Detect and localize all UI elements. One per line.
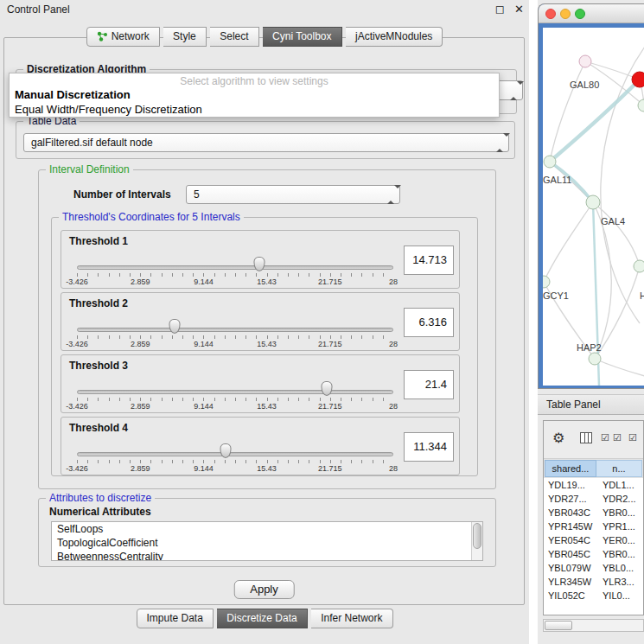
- table-row[interactable]: YBR045CYBR0...: [544, 547, 643, 561]
- table-row[interactable]: YBR043CYBR0...: [544, 506, 643, 520]
- tick-label: 28: [389, 402, 398, 411]
- network-highlight-edges: [550, 80, 640, 386]
- network-window-titlebar[interactable]: [539, 4, 644, 23]
- table-data-group: Table Data galFiltered.sif default node: [16, 121, 515, 159]
- cell: YBL0...: [599, 561, 643, 575]
- network-node-gal11[interactable]: [544, 156, 556, 168]
- tab-cyni-toolbox[interactable]: Cyni Toolbox: [263, 27, 341, 47]
- scrollbar-thumb[interactable]: [545, 621, 572, 630]
- table-row[interactable]: YDL19...YDL1...: [544, 478, 643, 492]
- list-item[interactable]: TopologicalCoefficient: [52, 536, 482, 550]
- table-row[interactable]: YDR27...YDR2...: [544, 492, 643, 506]
- close-panel-icon[interactable]: ✕: [514, 3, 524, 16]
- threshold-value-field[interactable]: 6.316: [404, 308, 454, 337]
- network-node-selected-red[interactable]: [632, 72, 644, 87]
- cell: YBR0...: [599, 506, 643, 520]
- scrollbar-thumb[interactable]: [473, 523, 481, 549]
- threshold-value-field[interactable]: 11.344: [404, 432, 454, 462]
- threshold-value-field[interactable]: 21.4: [404, 370, 454, 399]
- table-horizontal-scrollbar[interactable]: [543, 619, 644, 632]
- tab-discretize-data[interactable]: Discretize Data: [217, 609, 307, 628]
- combo-stepper-icon[interactable]: [510, 85, 519, 97]
- threshold-4-panel: Threshold 4 -3.426 2.859 9.144 15.43 21.…: [61, 417, 460, 475]
- tab-network[interactable]: Network: [86, 27, 160, 47]
- dropdown-placeholder-option[interactable]: Select algorithm to view settings: [10, 75, 499, 87]
- float-window-icon[interactable]: ◻: [495, 3, 505, 16]
- tab-infer-network[interactable]: Infer Network: [311, 609, 392, 628]
- tick-label: 21.715: [318, 340, 342, 348]
- network-canvas[interactable]: GAL80 GAL11 GAL4 GCY1 HAP2 H: [543, 28, 644, 386]
- select-columns-icon[interactable]: [580, 432, 592, 443]
- combo-stepper-icon[interactable]: [496, 137, 505, 149]
- table-row[interactable]: YER054CYER0...: [544, 533, 643, 547]
- table-data-combobox[interactable]: galFiltered.sif default node: [23, 133, 509, 152]
- tab-style[interactable]: Style: [163, 27, 207, 47]
- network-node[interactable]: [579, 55, 591, 67]
- table-settings-gear-icon[interactable]: ⚙: [552, 430, 564, 446]
- threshold-3-panel: Threshold 3 -3.426 2.859 9.144 15.43 21.…: [61, 354, 460, 413]
- zoom-window-button[interactable]: [575, 9, 585, 19]
- network-node-hap2[interactable]: [589, 353, 601, 365]
- number-of-intervals-combobox[interactable]: 5: [186, 185, 400, 204]
- slider-track[interactable]: [77, 265, 393, 270]
- select-all-checkbox-icon[interactable]: ☑: [601, 432, 609, 443]
- tab-label: Network: [112, 30, 150, 42]
- threshold-slider[interactable]: -3.426 2.859 9.144 15.43 21.715 28: [77, 293, 393, 352]
- close-window-button[interactable]: [545, 9, 556, 19]
- tab-label: Cyni Toolbox: [272, 30, 331, 42]
- list-scrollbar[interactable]: [471, 522, 482, 560]
- select-none-checkbox-icon[interactable]: ☑: [613, 432, 622, 443]
- node-label: GAL80: [570, 80, 599, 90]
- tab-select[interactable]: Select: [210, 27, 258, 47]
- slider-ticks: [77, 335, 393, 339]
- node-label: GAL4: [601, 216, 625, 226]
- threshold-slider[interactable]: -3.426 2.859 9.144 15.43 21.715 28: [77, 231, 393, 290]
- node-label: GCY1: [543, 290, 569, 301]
- tick-label: 15.43: [257, 402, 277, 411]
- threshold-slider[interactable]: -3.426 2.859 9.144 15.43 21.715 28: [77, 355, 393, 414]
- tick-label: 15.43: [257, 464, 277, 473]
- table-row[interactable]: YIL052CYIL0...: [544, 589, 643, 603]
- node-table: ⚙ ☑ ☑ ☑ shared... n... YDL19...YDL1... Y…: [543, 420, 644, 615]
- combo-stepper-icon[interactable]: [387, 188, 396, 201]
- table-header-row: shared... n...: [544, 459, 643, 478]
- table-row[interactable]: YLR345WYLR3...: [544, 575, 643, 589]
- dropdown-option-manual[interactable]: Manual Discretization: [15, 88, 131, 101]
- slider-ticks: [77, 398, 393, 401]
- numerical-attributes-label: Numerical Attributes: [49, 506, 151, 518]
- cell: YBR045C: [544, 547, 599, 561]
- column-header-name[interactable]: n...: [596, 460, 642, 477]
- attributes-group-title: Attributes to discretize: [46, 492, 155, 504]
- network-node-gcy1[interactable]: [543, 276, 550, 288]
- table-row[interactable]: YPR145WYPR1...: [544, 520, 643, 533]
- checkbox-icon[interactable]: ☑: [628, 432, 637, 443]
- threshold-value-field[interactable]: 14.713: [404, 245, 454, 275]
- column-header-shared-name[interactable]: shared...: [545, 460, 596, 477]
- list-item[interactable]: BetweennessCentrality: [52, 550, 482, 561]
- threshold-slider[interactable]: -3.426 2.859 9.144 15.43 21.715 28: [77, 418, 393, 476]
- attributes-group: Attributes to discretize Numerical Attri…: [38, 498, 496, 567]
- apply-button[interactable]: Apply: [233, 580, 295, 599]
- attributes-list[interactable]: SelfLoops TopologicalCoefficient Between…: [51, 521, 483, 561]
- tab-label: Infer Network: [321, 612, 382, 624]
- list-item[interactable]: SelfLoops: [52, 522, 482, 536]
- tick-label: 9.144: [194, 340, 214, 348]
- cell: YBR0...: [599, 547, 643, 561]
- threshold-1-panel: Threshold 1 -3.426 2.859 9.144 15.43 21.…: [61, 230, 460, 289]
- tick-label: 2.859: [131, 277, 150, 286]
- slider-track[interactable]: [77, 390, 393, 394]
- cell: YIL052C: [544, 589, 599, 603]
- slider-track[interactable]: [77, 328, 393, 332]
- dropdown-option-equal-width[interactable]: Equal Width/Frequency Discretization: [15, 103, 202, 116]
- tab-impute-data[interactable]: Impute Data: [137, 609, 214, 628]
- cell: YDR2...: [599, 492, 643, 506]
- table-row[interactable]: YBL079WYBL0...: [544, 561, 643, 575]
- network-node[interactable]: [634, 260, 644, 272]
- network-node-gal4[interactable]: [586, 195, 600, 209]
- minimize-window-button[interactable]: [560, 9, 571, 19]
- slider-track[interactable]: [77, 452, 393, 456]
- network-view-window[interactable]: GAL80 GAL11 GAL4 GCY1 HAP2 H: [538, 3, 644, 389]
- tick-label: 9.144: [194, 402, 214, 411]
- threshold-2-panel: Threshold 2 -3.426 2.859 9.144 15.43 21.…: [61, 292, 460, 351]
- tab-jactivemnodules[interactable]: jActiveMNodules: [346, 27, 443, 47]
